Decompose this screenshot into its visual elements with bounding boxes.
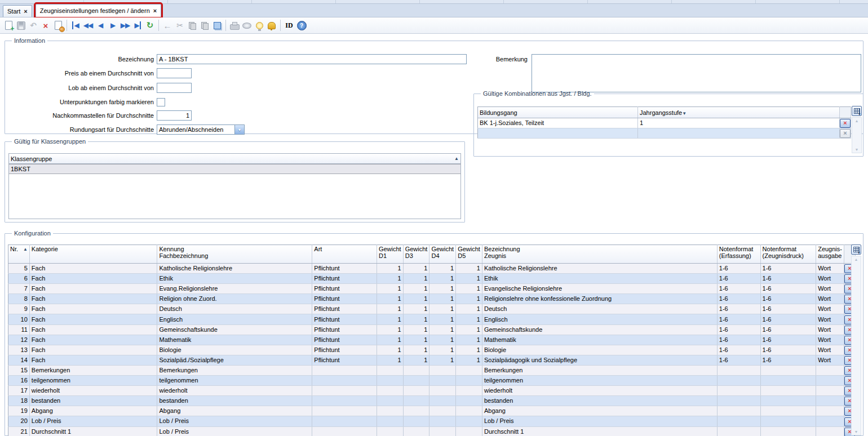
list-item[interactable]: 1BKST bbox=[9, 164, 460, 174]
column-header[interactable]: GewichtD5 bbox=[456, 245, 482, 264]
column-header[interactable]: GewichtD4 bbox=[429, 245, 456, 264]
tab-zeugniseinstellungen[interactable]: Zeugniseinstellungen festlegen / ändern … bbox=[36, 4, 162, 17]
table-row[interactable]: 13FachBiologiePflichtunt1111Biologie1-61… bbox=[8, 345, 856, 355]
notification-button[interactable] bbox=[265, 19, 278, 32]
cell: Fach bbox=[29, 274, 157, 284]
table-row[interactable]: 11FachGemeinschaftskundePflichtunt1111Ge… bbox=[8, 324, 856, 335]
sort-ascending-icon[interactable]: ▲ bbox=[23, 247, 28, 252]
cell bbox=[456, 396, 482, 406]
column-header[interactable]: Notenformat(Zeugnisdruck) bbox=[760, 245, 816, 264]
cell: 11 bbox=[8, 324, 30, 335]
bemerkung-textarea[interactable] bbox=[532, 54, 861, 92]
nav-back-icon: ◀ bbox=[98, 21, 103, 29]
help-button[interactable] bbox=[295, 19, 308, 32]
nav-first-button[interactable]: ◀ bbox=[69, 19, 82, 32]
rundungsart-select[interactable]: Abrunden/Abschneiden ▼ bbox=[157, 124, 245, 135]
cell bbox=[456, 365, 482, 375]
column-header[interactable]: Nr.▲ bbox=[8, 245, 30, 264]
sort-ascending-icon[interactable]: ▲ bbox=[454, 156, 459, 161]
column-header-bildungsgang[interactable]: Bildungsgang bbox=[478, 107, 638, 118]
tab-start-close-icon[interactable]: × bbox=[24, 8, 27, 15]
cell: 17 bbox=[8, 386, 30, 396]
cell: Wort bbox=[816, 345, 844, 355]
tab-start-label: Start bbox=[7, 8, 20, 15]
nav-fast-forward-button[interactable]: ▶▶ bbox=[119, 19, 131, 32]
table-row[interactable]: 8FachReligion ohne Zuord.Pflichtunt1111R… bbox=[8, 294, 856, 304]
column-header[interactable]: Kategorie bbox=[29, 245, 157, 264]
table-row[interactable]: 6FachEthikPflichtunt1111Ethik1-61-6Wort× bbox=[8, 274, 856, 284]
undo-icon: ↶ bbox=[30, 21, 37, 30]
table-row[interactable]: 7FachEvang.ReligionslehrePflichtunt1111E… bbox=[8, 284, 856, 294]
table-row[interactable]: 17wiederholtwiederholtwiederholt× bbox=[8, 386, 856, 396]
scrollbar[interactable]: ▲▼ bbox=[852, 117, 862, 153]
cell bbox=[816, 365, 844, 375]
table-row[interactable]: 9FachDeutschPflichtunt1111Deutsch1-61-6W… bbox=[8, 304, 856, 314]
cell: Abgang bbox=[482, 406, 717, 416]
klassengruppe-column-header[interactable]: Klassengruppe ▲ bbox=[9, 154, 460, 164]
cell: 1 bbox=[403, 304, 429, 314]
nav-fast-back-button[interactable]: ◀◀ bbox=[82, 19, 94, 32]
column-header[interactable]: GewichtD3 bbox=[403, 245, 429, 264]
preis-input[interactable] bbox=[157, 68, 192, 78]
nachkommastellen-input[interactable] bbox=[157, 110, 192, 121]
scroll-down-icon[interactable]: ▼ bbox=[855, 148, 859, 152]
table-settings-button[interactable]: ▼ bbox=[851, 244, 861, 255]
scroll-up-icon[interactable]: ▲ bbox=[854, 257, 858, 261]
table-row[interactable]: 14FachSozialpäd./SozialpflegePflichtunt1… bbox=[8, 355, 856, 365]
delete-record-button[interactable]: × bbox=[39, 19, 52, 32]
delete-row-button[interactable]: × bbox=[840, 129, 851, 138]
column-header[interactable]: Art bbox=[312, 245, 377, 264]
scroll-up-icon[interactable]: ▲ bbox=[855, 119, 859, 123]
new-record-button[interactable] bbox=[2, 19, 15, 32]
table-row[interactable]: BK 1-j.Soziales, Teilzeit1× bbox=[478, 118, 851, 128]
table-row[interactable]: × bbox=[478, 128, 851, 139]
cell: Fach bbox=[29, 324, 157, 335]
column-header[interactable]: Zeugnis-ausgabe bbox=[816, 245, 844, 264]
scroll-down-icon[interactable]: ▼ bbox=[854, 430, 858, 434]
cell: Deutsch bbox=[157, 304, 312, 314]
cell: 1-6 bbox=[717, 314, 760, 324]
table-row[interactable]: 5FachKatholische ReligionslehrePflichtun… bbox=[8, 264, 856, 274]
selection-button[interactable] bbox=[211, 19, 223, 32]
table-settings-button[interactable]: ▼ bbox=[852, 106, 862, 116]
tab-start[interactable]: Start × bbox=[3, 5, 32, 17]
column-header-jahrgangsstufe[interactable]: Jahrgangsstufe▼ bbox=[638, 107, 840, 118]
form-settings-button[interactable] bbox=[52, 19, 64, 32]
tab-zeugniseinstellungen-close-icon[interactable]: × bbox=[153, 7, 157, 14]
nav-forward-button[interactable]: ▶ bbox=[107, 19, 119, 32]
table-row[interactable]: 10FachEnglischPflichtunt1111Englisch1-61… bbox=[8, 314, 856, 324]
chevron-down-icon[interactable]: ▼ bbox=[234, 125, 244, 134]
table-row[interactable]: 19AbgangAbgangAbgang× bbox=[8, 406, 856, 416]
column-header[interactable]: KennungFachbezeichnung bbox=[157, 245, 312, 264]
cell: Fach bbox=[29, 294, 157, 304]
delete-row-button[interactable]: × bbox=[840, 119, 851, 128]
nav-last-button[interactable]: ▶ bbox=[131, 19, 144, 32]
filter-down-icon[interactable]: ▼ bbox=[682, 111, 687, 116]
table-row[interactable]: 20Lob / PreisLob / PreisLob / Preis× bbox=[8, 416, 856, 426]
cell: Lob / Preis bbox=[29, 416, 157, 426]
table-row[interactable]: 15BemerkungenBemerkungenBemerkungen× bbox=[8, 365, 856, 375]
column-header[interactable]: BezeichnungZeugnis bbox=[482, 245, 717, 264]
unterpunktungen-checkbox[interactable] bbox=[157, 98, 165, 106]
table-row[interactable]: 21Durchschnitt 1Lob / PreisDurchschnitt … bbox=[8, 426, 856, 436]
nav-back-button[interactable]: ◀ bbox=[94, 19, 107, 32]
column-header[interactable]: Notenformat(Erfassung) bbox=[717, 245, 760, 264]
id-button[interactable]: ID bbox=[283, 19, 295, 32]
hint-button[interactable] bbox=[253, 19, 265, 32]
lob-input[interactable] bbox=[157, 83, 192, 93]
scrollbar[interactable]: ▲▼ bbox=[851, 256, 861, 435]
cell: Sozialpädagogik und Sozialpflege bbox=[482, 355, 717, 365]
cell: 1 bbox=[403, 314, 429, 324]
cell: Deutsch bbox=[482, 304, 717, 314]
table-row[interactable]: 12FachMathematikPflichtunt1111Mathematik… bbox=[8, 335, 856, 345]
table-row[interactable]: 16teilgenommenteilgenommenteilgenommen× bbox=[8, 376, 856, 386]
konfiguration-table-wrap: Nr.▲KategorieKennungFachbezeichnungArtGe… bbox=[8, 244, 856, 436]
cell bbox=[760, 365, 816, 375]
refresh-button[interactable]: ↻ bbox=[144, 19, 156, 32]
table-row[interactable]: 18bestandenbestandenbestanden× bbox=[8, 396, 856, 406]
delete-record-icon: × bbox=[43, 21, 48, 30]
rundungsart-value: Abrunden/Abschneiden bbox=[157, 126, 234, 133]
column-header[interactable]: GewichtD1 bbox=[377, 245, 403, 264]
cell bbox=[816, 376, 844, 386]
cell: 1-6 bbox=[717, 355, 760, 365]
